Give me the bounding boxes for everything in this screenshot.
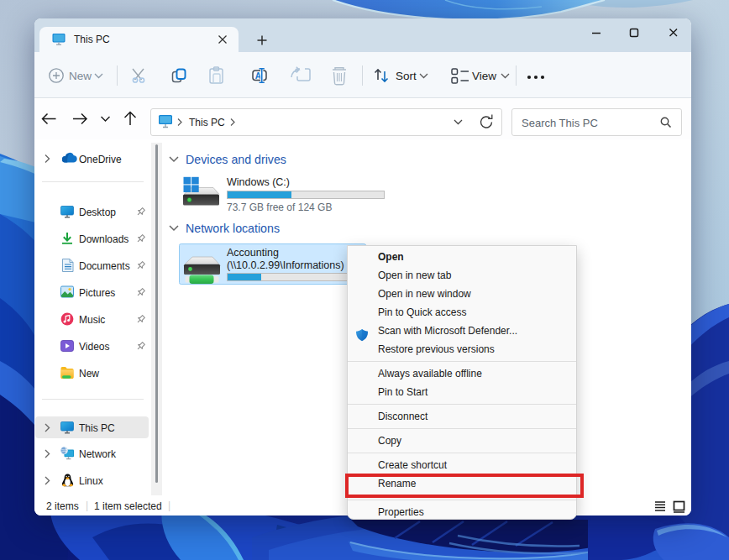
svg-text:Videos: Videos xyxy=(79,341,109,353)
svg-text:(\\10.0.2.99\Informations) (: (\\10.0.2.99\Informations) ( xyxy=(227,259,351,271)
svg-text:This PC: This PC xyxy=(189,117,225,128)
svg-text:A: A xyxy=(255,71,261,81)
svg-text:Devices and drives: Devices and drives xyxy=(186,153,286,166)
svg-text:Music: Music xyxy=(79,314,105,326)
svg-text:Desktop: Desktop xyxy=(79,207,116,218)
svg-text:New: New xyxy=(79,368,99,379)
svg-text:New: New xyxy=(69,70,92,82)
svg-text:Linux: Linux xyxy=(79,475,103,487)
svg-text:Windows (C:): Windows (C:) xyxy=(227,176,290,188)
svg-text:This PC: This PC xyxy=(79,422,115,434)
svg-text:OneDrive: OneDrive xyxy=(79,154,122,165)
svg-text:Downloads: Downloads xyxy=(79,233,128,245)
svg-text:View: View xyxy=(472,70,496,82)
svg-text:Documents: Documents xyxy=(79,260,130,272)
svg-text:Pictures: Pictures xyxy=(79,287,115,299)
svg-text:Network locations: Network locations xyxy=(186,222,280,235)
svg-text:Network: Network xyxy=(79,448,117,460)
svg-text:Sort: Sort xyxy=(396,70,417,82)
svg-text:73.7 GB free of 124 GB: 73.7 GB free of 124 GB xyxy=(227,201,332,213)
svg-text:Accounting: Accounting xyxy=(227,247,279,259)
